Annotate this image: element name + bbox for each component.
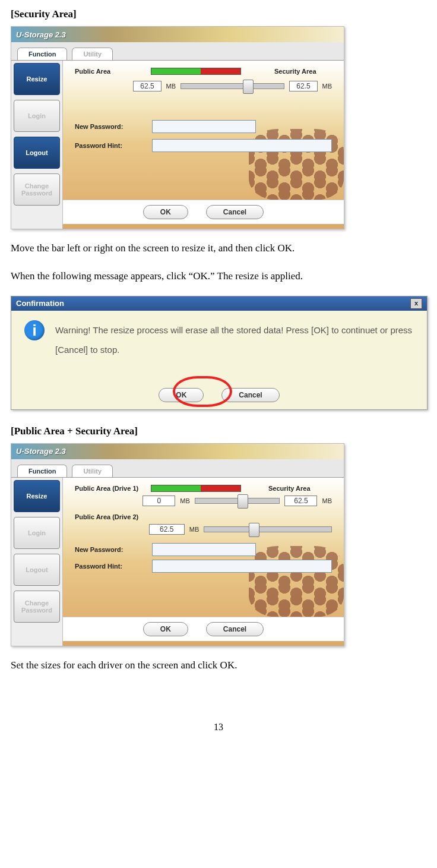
label-security-area: Security Area: [274, 68, 316, 75]
cancel-button[interactable]: Cancel: [206, 622, 264, 636]
label-new-password: New Password:: [75, 546, 146, 553]
instruction-text-2: When the following message appears, clic…: [11, 268, 426, 285]
label-public-area-d1: Public Area (Drive 1): [75, 485, 146, 492]
label-new-password: New Password:: [75, 123, 146, 130]
unit-mb: MB: [322, 83, 332, 90]
dialog-title: Confirmation: [16, 299, 64, 308]
label-public-area: Public Area: [75, 68, 146, 75]
section-heading-public-security-area: [Public Area + Security Area]: [11, 425, 426, 437]
unit-mb: MB: [166, 83, 176, 90]
password-hint-input[interactable]: [152, 139, 332, 152]
dialog-ok-button[interactable]: OK: [159, 388, 204, 402]
screenshot-public-security-area: U-Storage 2.3 Function Utility Resize Lo…: [11, 443, 344, 646]
sidebar-change-password-button[interactable]: Change Password: [14, 591, 60, 623]
unit-mb: MB: [322, 497, 332, 504]
sidebar-change-password-button[interactable]: Change Password: [14, 173, 60, 206]
resize-slider[interactable]: [180, 83, 284, 89]
instruction-text-1: Move the bar left or right on the screen…: [11, 240, 426, 257]
app-titlebar: U-Storage 2.3: [11, 27, 344, 42]
instruction-text-3: Set the sizes for each driver on the scr…: [11, 657, 426, 674]
sidebar-resize-button[interactable]: Resize: [14, 480, 60, 512]
new-password-input[interactable]: [152, 543, 256, 556]
page-number: 13: [11, 722, 426, 733]
new-password-input[interactable]: [152, 120, 256, 133]
d1-security-size-input[interactable]: 62.5: [284, 495, 317, 506]
app-titlebar: U-Storage 2.3: [11, 444, 344, 459]
partition-bar-d1: [151, 485, 241, 492]
label-password-hint: Password Hint:: [75, 563, 146, 570]
dialog-message: Warning! The resize process will erase a…: [55, 320, 414, 359]
label-password-hint: Password Hint:: [75, 142, 146, 149]
resize-slider-d2[interactable]: [204, 526, 332, 532]
d2-public-size-input[interactable]: 62.5: [149, 524, 185, 535]
security-area-size-input[interactable]: 62.5: [289, 81, 317, 91]
sidebar-login-button[interactable]: Login: [14, 517, 60, 549]
tab-utility[interactable]: Utility: [72, 48, 113, 60]
tab-function[interactable]: Function: [17, 465, 67, 477]
screenshot-confirmation-dialog: Confirmation x i Warning! The resize pro…: [11, 296, 428, 410]
screenshot-security-area: U-Storage 2.3 Function Utility Resize Lo…: [11, 26, 344, 229]
ok-button[interactable]: OK: [143, 205, 188, 219]
sidebar-logout-button[interactable]: Logout: [14, 137, 60, 169]
section-heading-security-area: [Security Area]: [11, 8, 426, 20]
ok-button[interactable]: OK: [143, 622, 188, 636]
sidebar-login-button[interactable]: Login: [14, 100, 60, 132]
sidebar-resize-button[interactable]: Resize: [14, 63, 60, 95]
cancel-button[interactable]: Cancel: [206, 205, 264, 219]
tab-function[interactable]: Function: [17, 48, 67, 60]
sidebar-logout-button[interactable]: Logout: [14, 554, 60, 586]
label-public-area-d2: Public Area (Drive 2): [75, 513, 146, 520]
close-icon[interactable]: x: [410, 298, 422, 309]
label-security-area: Security Area: [268, 485, 311, 492]
unit-mb: MB: [180, 497, 190, 504]
dialog-cancel-button[interactable]: Cancel: [221, 388, 279, 402]
info-icon: i: [24, 320, 45, 340]
tab-utility[interactable]: Utility: [72, 465, 113, 477]
partition-bar: [151, 68, 241, 75]
resize-slider-d1[interactable]: [195, 498, 280, 504]
password-hint-input[interactable]: [152, 560, 332, 573]
d1-public-size-input[interactable]: 0: [142, 495, 175, 506]
public-area-size-input[interactable]: 62.5: [133, 81, 161, 91]
unit-mb: MB: [189, 526, 200, 533]
